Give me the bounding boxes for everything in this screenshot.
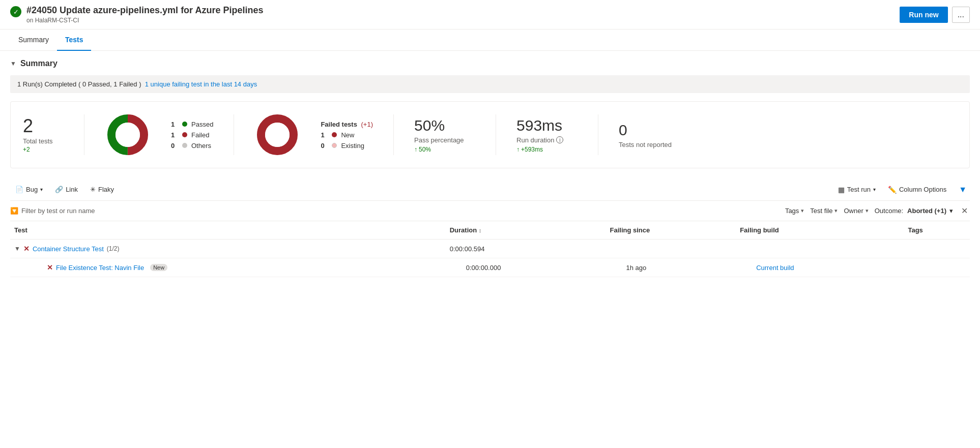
bug-icon: 📄	[15, 186, 23, 193]
stats-card: 2 Total tests +2 1 Passed	[10, 101, 970, 168]
divider-5	[598, 114, 598, 155]
failing-build-cell	[736, 240, 904, 258]
flaky-icon: ✳	[90, 186, 96, 193]
failing-test-link[interactable]: 1 unique failing test in the last 14 day…	[145, 80, 257, 88]
summary-section-title[interactable]: ▼ Summary	[10, 59, 970, 68]
more-options-button[interactable]: ...	[952, 7, 970, 23]
pass-pct-value: 50%	[414, 117, 475, 134]
child-tags-cell	[904, 258, 970, 277]
page-title: #24050 Update azure-pipelines.yml for Az…	[26, 5, 264, 16]
header-actions: Run new ...	[900, 7, 970, 23]
filter-options: Tags ▾ Test file ▾ Owner ▾ Outcome: Abor…	[785, 205, 970, 217]
child-duration-cell: 0:00:00.000	[446, 258, 606, 277]
failing-since-cell	[606, 240, 736, 258]
tab-tests[interactable]: Tests	[57, 29, 92, 51]
test-run-selector[interactable]: ▦ Test run ▾	[835, 184, 879, 196]
table-row: ✕ File Existence Test: Navin File New 0:…	[10, 258, 970, 277]
child-row-expand: ✕ File Existence Test: Navin File New	[31, 263, 442, 272]
bug-chevron-icon: ▾	[40, 187, 43, 192]
run-duration-label: Run duration i	[516, 136, 578, 144]
header-left: ✓ #24050 Update azure-pipelines.yml for …	[10, 5, 264, 24]
sub-count: (1/2)	[107, 245, 120, 252]
legend-new: 1 New	[321, 131, 373, 139]
filter-search: 🔽 Filter by test or run name	[10, 207, 95, 215]
duration-info-icon[interactable]: i	[556, 136, 563, 143]
tags-filter[interactable]: Tags ▾	[785, 207, 804, 215]
child-fail-icon: ✕	[47, 263, 53, 272]
up-arrow-icon: ↑	[414, 146, 417, 153]
edit-icon: ✏️	[888, 186, 897, 194]
fail-icon: ✕	[23, 245, 30, 253]
run-duration-value: 593ms	[516, 117, 578, 134]
test-file-filter[interactable]: Test file ▾	[810, 207, 838, 215]
pass-pct-block: 50% Pass percentage ↑ 50%	[414, 117, 475, 153]
column-options-button[interactable]: ✏️ Column Options	[885, 184, 949, 196]
success-icon: ✓	[10, 6, 21, 17]
passed-dot	[182, 122, 187, 127]
child-test-name[interactable]: File Existence Test: Navin File	[56, 264, 144, 272]
col-tags: Tags	[904, 221, 970, 240]
outcome-filter[interactable]: Outcome: Aborted (+1) ▾	[875, 207, 953, 215]
total-tests-delta: +2	[23, 146, 64, 153]
table-header: Test Duration ↕ Failing since Failing bu…	[10, 221, 970, 240]
divider-2	[234, 114, 234, 155]
duration-cell: 0:00:00.594	[446, 240, 606, 258]
test-name-cell-child: ✕ File Existence Test: Navin File New	[10, 258, 446, 277]
pass-fail-donut-svg	[105, 112, 151, 158]
legend-others: 0 Others	[171, 142, 213, 150]
bug-button[interactable]: 📄 Bug ▾	[10, 183, 48, 196]
total-tests-label: Total tests	[23, 137, 64, 145]
failed-breakdown-donut	[254, 112, 300, 158]
col-failing-since: Failing since	[606, 221, 736, 240]
tab-summary[interactable]: Summary	[10, 29, 57, 51]
failed-dot	[182, 132, 187, 137]
owner-chevron-icon: ▾	[866, 207, 869, 214]
svg-point-6	[265, 123, 290, 147]
filter-icon-button[interactable]: ▼	[956, 183, 970, 196]
expand-button[interactable]: ▼	[14, 245, 20, 252]
pass-pct-change: ↑ 50%	[414, 146, 475, 153]
pass-pct-label: Pass percentage	[414, 136, 475, 144]
legend-existing: 0 Existing	[321, 142, 373, 150]
not-reported-label: Tests not reported	[619, 141, 680, 148]
toolbar-left: 📄 Bug ▾ 🔗 Link ✳ Flaky	[10, 183, 119, 196]
divider-4	[496, 114, 496, 155]
tabs-bar: Summary Tests	[0, 29, 980, 51]
test-table: Test Duration ↕ Failing since Failing bu…	[10, 221, 970, 277]
new-badge: New	[150, 264, 167, 271]
run-duration-change: ↑ +593ms	[516, 146, 578, 153]
link-button[interactable]: 🔗 Link	[50, 183, 83, 196]
test-name[interactable]: Container Structure Test	[33, 245, 104, 253]
total-tests-number: 2	[23, 117, 64, 135]
legend-failed-tests-header: Failed tests (+1)	[321, 121, 373, 128]
others-dot	[182, 143, 187, 148]
run-new-button[interactable]: Run new	[900, 7, 947, 23]
divider-3	[393, 114, 394, 155]
not-reported-block: 0 Tests not reported	[619, 122, 680, 148]
header-bar: ✓ #24050 Update azure-pipelines.yml for …	[0, 0, 980, 29]
new-dot	[332, 132, 337, 137]
outcome-chevron-icon: ▾	[949, 207, 953, 215]
child-failing-build-cell[interactable]: Current build	[736, 258, 904, 277]
failed-donut-svg	[254, 112, 300, 158]
info-banner: 1 Run(s) Completed ( 0 Passed, 1 Failed …	[10, 75, 970, 93]
grid-icon: ▦	[838, 186, 845, 194]
owner-filter[interactable]: Owner ▾	[844, 207, 868, 215]
col-test[interactable]: Test	[10, 221, 446, 240]
test-run-chevron-icon: ▾	[873, 187, 876, 192]
failed-legend: Failed tests (+1) 1 New 0 Existing	[321, 121, 373, 150]
existing-dot	[332, 143, 337, 148]
clear-filter-button[interactable]: ✕	[959, 205, 970, 217]
col-duration[interactable]: Duration ↕	[446, 221, 606, 240]
tags-cell	[904, 240, 970, 258]
funnel-icon: ▼	[959, 185, 967, 194]
flaky-button[interactable]: ✳ Flaky	[85, 183, 119, 196]
toolbar-right: ▦ Test run ▾ ✏️ Column Options ▼	[835, 183, 970, 196]
test-file-chevron-icon: ▾	[834, 207, 838, 214]
toolbar: 📄 Bug ▾ 🔗 Link ✳ Flaky ▦ Test run ▾ ✏️ C…	[10, 178, 970, 201]
pipeline-name: on HalaRM-CST-CI	[26, 17, 264, 24]
table-row: ▼ ✕ Container Structure Test (1/2) 0:00:…	[10, 240, 970, 258]
pass-fail-legend: 1 Passed 1 Failed 0 Others	[171, 121, 213, 150]
table-body: ▼ ✕ Container Structure Test (1/2) 0:00:…	[10, 240, 970, 277]
collapse-chevron-icon: ▼	[10, 60, 16, 67]
